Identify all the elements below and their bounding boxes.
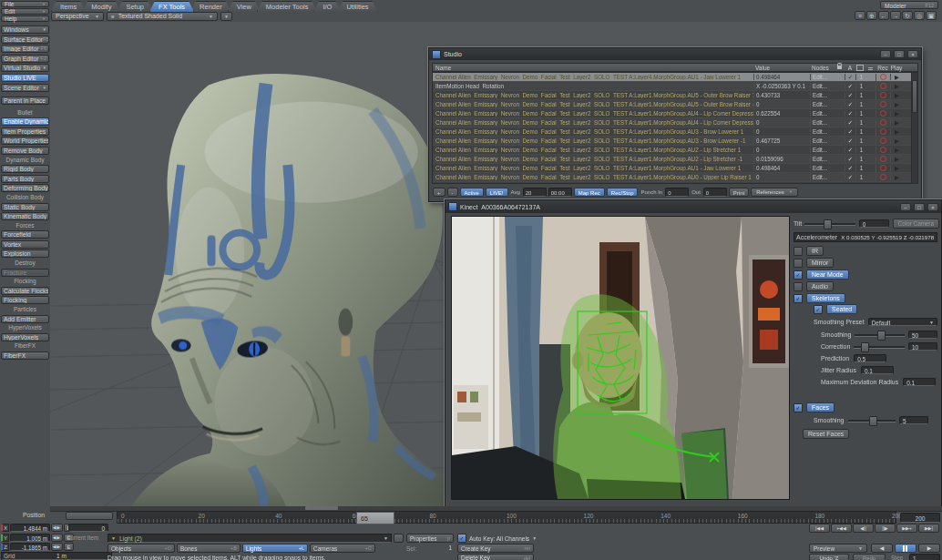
nodes-edit-button[interactable]: Edit... bbox=[810, 101, 835, 107]
properties-button[interactable]: Properties p bbox=[406, 534, 454, 543]
tab-view[interactable]: View bbox=[228, 1, 261, 12]
play-backward-button[interactable]: ◀ bbox=[871, 544, 893, 553]
sidebar-item-item-properties[interactable]: Item Properties bbox=[1, 127, 49, 136]
audio-button[interactable]: Audio bbox=[806, 281, 834, 291]
menu-help[interactable]: Help▼ bbox=[1, 15, 49, 22]
active-check[interactable]: ✓ bbox=[845, 110, 855, 117]
column-value[interactable]: Value bbox=[753, 64, 810, 71]
table-row[interactable]: Channel Alien_Emissary_Nevron_Demo_Facia… bbox=[433, 118, 917, 127]
play-cell[interactable]: ▶ bbox=[890, 165, 903, 171]
sidebar-item-calculate-flocks[interactable]: Calculate Flocks bbox=[1, 287, 49, 295]
record-cell[interactable] bbox=[875, 92, 890, 99]
table-row[interactable]: Channel Alien_Emissary_Nevron_Demo_Facia… bbox=[433, 73, 917, 82]
play-cell[interactable]: ▶ bbox=[890, 101, 903, 107]
maximize-button[interactable]: □ bbox=[914, 203, 925, 211]
tab-items[interactable]: Items bbox=[51, 1, 86, 12]
tab-modify[interactable]: Modify bbox=[82, 1, 120, 12]
record-cell[interactable] bbox=[875, 110, 890, 117]
record-cell[interactable] bbox=[875, 183, 890, 185]
item-list-button[interactable] bbox=[394, 534, 404, 543]
sidebar-item-flocking[interactable]: Flocking bbox=[1, 296, 49, 304]
tab-render[interactable]: Render bbox=[190, 1, 231, 12]
record-cell[interactable] bbox=[875, 101, 890, 108]
sidebar-item-hypervoxels[interactable]: HyperVoxels bbox=[1, 333, 49, 341]
near-mode-button[interactable]: Near Mode bbox=[806, 270, 849, 280]
maximize-button[interactable]: □ bbox=[894, 50, 905, 58]
sidebar-item-static-body[interactable]: Static Body bbox=[1, 203, 49, 211]
menu-icon[interactable]: ≡ bbox=[855, 11, 865, 20]
nodes-edit-button[interactable]: Edit... bbox=[810, 165, 835, 171]
zoom-view-icon[interactable]: ◎ bbox=[914, 11, 925, 20]
smoothing-slider[interactable] bbox=[855, 330, 905, 340]
play-forward-button[interactable]: ▶ bbox=[918, 544, 940, 553]
play-cell[interactable]: ▶ bbox=[890, 83, 903, 89]
close-button[interactable]: × bbox=[927, 203, 938, 211]
pause-button[interactable]: ▌▌ bbox=[895, 544, 916, 553]
sidebar-item-scene-editor[interactable]: Scene Editor▼ bbox=[1, 84, 49, 92]
sidebar-item-windows[interactable]: Windows▼ bbox=[1, 25, 49, 34]
sidebar-item-explosion[interactable]: Explosion bbox=[1, 249, 49, 258]
record-cell[interactable] bbox=[875, 174, 890, 181]
auto-key-checkbox[interactable]: ✓ bbox=[457, 534, 466, 543]
redo-button[interactable]: Redo bbox=[853, 554, 886, 560]
transport-button-2[interactable]: ◀|| bbox=[853, 524, 874, 533]
transport-button-4[interactable]: ▶▶+ bbox=[896, 524, 917, 533]
slider-handle[interactable] bbox=[869, 416, 877, 426]
table-row[interactable]: Channel Alien_Emissary_Nevron_Demo_Facia… bbox=[433, 155, 917, 164]
active-check[interactable]: ✓ bbox=[845, 101, 855, 107]
faces-button[interactable]: Faces bbox=[806, 402, 834, 412]
footer-button-print[interactable]: Print bbox=[729, 188, 749, 197]
bones-button[interactable]: Bones+B bbox=[177, 544, 241, 553]
faces-smoothing-value[interactable]: 5 bbox=[899, 416, 928, 424]
nodes-edit-button[interactable]: Edit... bbox=[810, 174, 835, 180]
color-camera-button[interactable]: Color Camera bbox=[893, 219, 939, 229]
modeler-button[interactable]: Modeler F12 bbox=[880, 1, 938, 9]
nodes-edit-button[interactable]: Edit... bbox=[810, 119, 835, 126]
create-key-button[interactable]: Create Key ret bbox=[457, 544, 534, 553]
table-row[interactable]: Channel Alien_Emissary_Nevron_Demo_Facia… bbox=[433, 91, 917, 100]
footer-field-12[interactable]: 0 bbox=[703, 188, 727, 197]
ir-button[interactable]: IR bbox=[806, 246, 824, 256]
footer-button-active[interactable]: Active bbox=[460, 188, 484, 197]
scrollbar-handle[interactable] bbox=[912, 80, 917, 113]
faces-smoothing-slider[interactable] bbox=[848, 415, 896, 425]
fit-view-icon[interactable]: ▣ bbox=[926, 11, 937, 20]
footer-button-live[interactable]: LIVE! bbox=[486, 188, 508, 197]
sidebar-item-graph-editor[interactable]: Graph EditorF2 bbox=[1, 55, 49, 63]
play-cell[interactable]: ▶ bbox=[890, 110, 903, 117]
mirror-checkbox[interactable] bbox=[794, 259, 803, 268]
transport-button-3[interactable]: ||▶ bbox=[875, 524, 896, 533]
references-dropdown[interactable]: References▼ bbox=[751, 188, 798, 197]
play-cell[interactable]: ▶ bbox=[890, 74, 903, 80]
play-cell[interactable]: ▶ bbox=[890, 156, 903, 162]
tab-i-o[interactable]: I/O bbox=[313, 1, 341, 12]
footer-button-map-rec[interactable]: Map Rec bbox=[574, 188, 605, 197]
sidebar-item-fiberfx[interactable]: FiberFX bbox=[1, 351, 49, 360]
table-row[interactable]: Channel Alien_Emissary_Nevron_Demo_Facia… bbox=[433, 164, 917, 173]
smoothing-preset-dropdown[interactable]: Default ▼ bbox=[868, 318, 937, 326]
menu-edit[interactable]: Edit▼ bbox=[1, 8, 49, 15]
record-cell[interactable] bbox=[875, 165, 890, 172]
sidebar-item-image-editor[interactable]: Image EditorF6 bbox=[1, 45, 49, 53]
sidebar-item-enable-dynamics[interactable]: Enable Dynamics bbox=[1, 117, 49, 126]
slider-handle[interactable] bbox=[861, 342, 869, 352]
correction-value[interactable]: 10 bbox=[908, 342, 937, 351]
table-row[interactable]: Channel Alien_Emissary_Nevron_Demo_Facia… bbox=[433, 182, 917, 184]
record-cell[interactable] bbox=[875, 119, 890, 127]
nodes-edit-button[interactable]: Edit... bbox=[810, 147, 835, 153]
reset-faces-button[interactable]: Reset Faces bbox=[803, 429, 849, 439]
footer-button-rec-stop[interactable]: Rec/Stop bbox=[607, 188, 639, 197]
play-cell[interactable]: ▶ bbox=[890, 183, 903, 184]
rotate-view-icon[interactable]: ↻ bbox=[902, 11, 913, 20]
pan-right-icon[interactable]: → bbox=[890, 11, 901, 20]
tilt-slider[interactable] bbox=[804, 219, 855, 229]
transport-button-5[interactable]: ▶▶| bbox=[918, 524, 939, 533]
record-cell[interactable] bbox=[875, 156, 890, 163]
table-row[interactable]: Channel Alien_Emissary_Nevron_Demo_Facia… bbox=[433, 100, 917, 109]
auto-key-control[interactable]: ✓ Auto Key: All Channels ▼ bbox=[457, 534, 537, 543]
active-check[interactable]: ✓ bbox=[845, 156, 855, 162]
active-check[interactable]: ✓ bbox=[845, 92, 855, 98]
slider-handle[interactable] bbox=[877, 331, 886, 341]
tilt-value-field[interactable]: 0 bbox=[859, 219, 889, 228]
transport-button-1[interactable]: +◀◀ bbox=[831, 524, 852, 533]
